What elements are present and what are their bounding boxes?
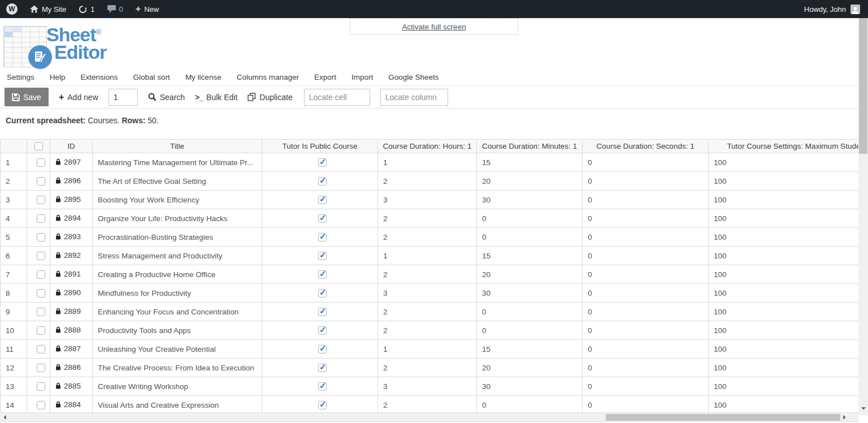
cell-duration-hours[interactable]: 1: [378, 340, 477, 359]
cell-duration-hours[interactable]: 2: [378, 321, 477, 340]
cell-duration-minutes[interactable]: 15: [477, 153, 583, 172]
public-course-checkbox[interactable]: ✓: [318, 326, 327, 335]
menu-item-extensions[interactable]: Extensions: [81, 73, 118, 81]
scroll-right-button[interactable]: [840, 413, 849, 422]
cell-max-students[interactable]: 100: [709, 209, 868, 228]
scroll-down-button[interactable]: [858, 404, 868, 413]
cell-title[interactable]: Visual Arts and Creative Expression: [93, 396, 262, 415]
cell-duration-minutes[interactable]: 0: [477, 396, 583, 415]
add-new-count-input[interactable]: [108, 89, 138, 106]
row-checkbox[interactable]: [37, 252, 45, 260]
column-header-max-students[interactable]: Tutor Course Settings: Maximum Students: [709, 140, 868, 153]
cell-id[interactable]: 2897: [50, 153, 93, 172]
row-number[interactable]: 9: [1, 303, 27, 321]
cell-id[interactable]: 2886: [50, 359, 93, 377]
bulk-edit-button[interactable]: >_ Bulk Edit: [195, 93, 237, 102]
avatar[interactable]: [850, 5, 860, 14]
cell-max-students[interactable]: 100: [709, 172, 868, 191]
new-menu[interactable]: + New: [129, 0, 165, 18]
cell-duration-hours[interactable]: 3: [378, 377, 477, 396]
save-button[interactable]: Save: [5, 88, 49, 106]
vertical-scrollbar[interactable]: [858, 18, 868, 413]
cell-duration-minutes[interactable]: 20: [477, 265, 583, 284]
row-number[interactable]: 14: [1, 396, 27, 415]
cell-id[interactable]: 2892: [50, 247, 93, 265]
cell-duration-seconds[interactable]: 0: [583, 396, 709, 415]
cell-title[interactable]: Creative Writing Workshop: [93, 377, 262, 396]
cell-id[interactable]: 2890: [50, 284, 93, 303]
cell-max-students[interactable]: 100: [709, 359, 868, 377]
row-number[interactable]: 12: [1, 359, 27, 377]
cell-max-students[interactable]: 100: [709, 153, 868, 172]
horizontal-scrollbar[interactable]: [0, 412, 858, 422]
public-course-checkbox[interactable]: ✓: [318, 382, 327, 391]
activate-fullscreen-link[interactable]: Activate full screen: [402, 23, 466, 31]
cell-duration-hours[interactable]: 2: [378, 359, 477, 377]
row-number[interactable]: 4: [1, 209, 27, 228]
cell-duration-seconds[interactable]: 0: [583, 265, 709, 284]
row-checkbox[interactable]: [37, 158, 45, 167]
cell-duration-hours[interactable]: 1: [378, 247, 477, 265]
cell-duration-seconds[interactable]: 0: [583, 359, 709, 377]
column-header-public-course[interactable]: Tutor Is Public Course: [262, 140, 378, 153]
public-course-checkbox[interactable]: ✓: [318, 364, 327, 372]
cell-duration-hours[interactable]: 2: [378, 228, 477, 247]
menu-item-columns-manager[interactable]: Columns manager: [237, 73, 299, 81]
cell-title[interactable]: Mindfulness for Productivity: [93, 284, 262, 303]
row-checkbox[interactable]: [37, 326, 45, 335]
cell-duration-seconds[interactable]: 0: [583, 191, 709, 209]
cell-id[interactable]: 2891: [50, 265, 93, 284]
menu-item-export[interactable]: Export: [314, 73, 336, 81]
column-header-id[interactable]: ID: [50, 140, 93, 153]
cell-duration-minutes[interactable]: 15: [477, 340, 583, 359]
cell-duration-hours[interactable]: 2: [378, 209, 477, 228]
column-header-duration-hours[interactable]: Course Duration: Hours: 1: [378, 140, 477, 153]
cell-duration-hours[interactable]: 1: [378, 153, 477, 172]
row-checkbox[interactable]: [37, 270, 45, 279]
cell-duration-seconds[interactable]: 0: [583, 284, 709, 303]
row-number[interactable]: 10: [1, 321, 27, 340]
cell-duration-minutes[interactable]: 30: [477, 377, 583, 396]
cell-max-students[interactable]: 100: [709, 265, 868, 284]
row-checkbox[interactable]: [37, 364, 45, 372]
row-checkbox[interactable]: [37, 289, 45, 297]
cell-duration-hours[interactable]: 2: [378, 396, 477, 415]
cell-max-students[interactable]: 100: [709, 247, 868, 265]
public-course-checkbox[interactable]: ✓: [318, 196, 327, 204]
cell-duration-minutes[interactable]: 30: [477, 284, 583, 303]
cell-duration-minutes[interactable]: 0: [477, 303, 583, 321]
cell-duration-minutes[interactable]: 15: [477, 247, 583, 265]
duplicate-button[interactable]: Duplicate: [248, 93, 292, 102]
cell-title[interactable]: Productivity Tools and Apps: [93, 321, 262, 340]
cell-id[interactable]: 2889: [50, 303, 93, 321]
cell-duration-hours[interactable]: 3: [378, 191, 477, 209]
public-course-checkbox[interactable]: ✓: [318, 270, 327, 279]
cell-max-students[interactable]: 100: [709, 396, 868, 415]
public-course-checkbox[interactable]: ✓: [318, 158, 327, 167]
cell-duration-seconds[interactable]: 0: [583, 153, 709, 172]
cell-title[interactable]: Organize Your Life: Productivity Hacks: [93, 209, 262, 228]
my-site-menu[interactable]: My Site: [24, 0, 72, 18]
row-checkbox[interactable]: [37, 214, 45, 223]
wp-logo-menu[interactable]: W: [0, 0, 24, 18]
cell-title[interactable]: Procrastination-Busting Strategies: [93, 228, 262, 247]
vertical-scrollbar-thumb[interactable]: [859, 18, 867, 154]
cell-id[interactable]: 2893: [50, 228, 93, 247]
cell-id[interactable]: 2895: [50, 191, 93, 209]
scroll-left-button[interactable]: [0, 413, 10, 422]
cell-title[interactable]: Stress Management and Productivity: [93, 247, 262, 265]
cell-id[interactable]: 2896: [50, 172, 93, 191]
column-header-title[interactable]: Title: [93, 140, 262, 153]
cell-duration-minutes[interactable]: 20: [477, 172, 583, 191]
public-course-checkbox[interactable]: ✓: [318, 289, 327, 297]
public-course-checkbox[interactable]: ✓: [318, 252, 327, 260]
cell-id[interactable]: 2887: [50, 340, 93, 359]
cell-duration-minutes[interactable]: 0: [477, 228, 583, 247]
row-number[interactable]: 7: [1, 265, 27, 284]
menu-item-google-sheets[interactable]: Google Sheets: [388, 73, 439, 81]
cell-id[interactable]: 2884: [50, 396, 93, 415]
cell-duration-seconds[interactable]: 0: [583, 321, 709, 340]
cell-max-students[interactable]: 100: [709, 284, 868, 303]
public-course-checkbox[interactable]: ✓: [318, 308, 327, 316]
public-course-checkbox[interactable]: ✓: [318, 345, 327, 353]
